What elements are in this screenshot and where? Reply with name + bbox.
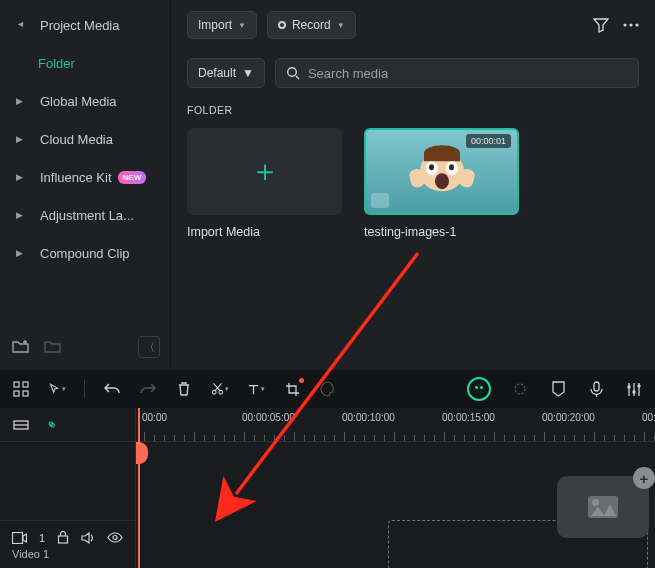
playhead[interactable] — [138, 408, 140, 568]
chevron-right-icon: ▶ — [16, 210, 26, 220]
mixer-icon[interactable] — [625, 380, 643, 398]
chevron-right-icon: ▶ — [16, 134, 26, 144]
track-header[interactable]: 1 Video 1 — [0, 520, 135, 568]
undo-icon[interactable] — [103, 380, 121, 398]
ruler-label: 00:00:15:00 — [442, 412, 495, 423]
cut-icon[interactable]: ▾ — [211, 380, 229, 398]
chevron-right-icon: ▶ — [16, 172, 26, 182]
sort-dropdown[interactable]: Default ▼ — [187, 58, 265, 88]
svg-rect-16 — [13, 532, 23, 543]
search-icon — [286, 66, 300, 80]
marker-icon[interactable] — [549, 380, 567, 398]
svg-point-8 — [212, 390, 216, 394]
plus-icon: ＋ — [250, 151, 280, 192]
search-field[interactable] — [275, 58, 639, 88]
cursor-icon[interactable]: ▾ — [48, 380, 66, 398]
sidebar-item-label: Global Media — [40, 94, 117, 109]
link-icon[interactable]: ⚭ — [42, 415, 62, 435]
image-icon — [588, 496, 618, 518]
clip-thumbnail — [420, 151, 464, 191]
track-index: 1 — [39, 532, 45, 544]
chevron-down-icon: ▼ — [242, 66, 254, 80]
section-heading: FOLDER — [187, 104, 639, 116]
redo-icon[interactable] — [139, 380, 157, 398]
mute-icon[interactable] — [81, 532, 95, 544]
import-label: Import — [198, 18, 232, 32]
snap-icon[interactable] — [12, 416, 30, 434]
svg-rect-5 — [23, 382, 28, 387]
sidebar-item-folder[interactable]: Folder — [6, 44, 164, 82]
svg-rect-6 — [14, 391, 19, 396]
svg-point-10 — [515, 384, 525, 394]
video-track-icon — [12, 532, 27, 544]
record-button[interactable]: Record ▼ — [267, 11, 356, 39]
sidebar-item-compound-clip[interactable]: ▶ Compound Clip — [6, 234, 164, 272]
plus-icon: + — [633, 467, 655, 489]
card-label: testing-images-1 — [364, 225, 519, 239]
ruler-label: 00:00:10:00 — [342, 412, 395, 423]
time-ruler[interactable]: 00:0000:00:05:0000:00:10:0000:00:15:0000… — [136, 408, 655, 442]
timeline-toolbar: ▾ ▾ ▾ — [0, 370, 655, 408]
svg-rect-11 — [594, 382, 599, 391]
timeline-tracks[interactable]: 00:0000:00:05:0000:00:10:0000:00:15:0000… — [136, 408, 655, 568]
clip-type-icon — [371, 193, 389, 208]
clip-duration: 00:00:01 — [466, 134, 511, 148]
apps-icon[interactable] — [12, 380, 30, 398]
palette-icon[interactable] — [319, 380, 337, 398]
svg-point-1 — [629, 23, 632, 26]
card-label: Import Media — [187, 225, 342, 239]
svg-point-14 — [637, 384, 640, 387]
record-label: Record — [292, 18, 331, 32]
svg-point-18 — [113, 536, 117, 540]
collapse-sidebar-button[interactable]: 〈 — [138, 336, 160, 358]
visibility-icon[interactable] — [107, 532, 123, 543]
sidebar-item-project-media[interactable]: ▼ Project Media — [6, 6, 164, 44]
sidebar-item-global-media[interactable]: ▶ Global Media — [6, 82, 164, 120]
search-input[interactable] — [308, 66, 628, 81]
text-icon[interactable]: ▾ — [247, 380, 265, 398]
sidebar-item-label: Influence Kit — [40, 170, 112, 185]
lock-icon[interactable] — [57, 531, 69, 544]
new-badge: NEW — [118, 171, 147, 184]
svg-point-2 — [635, 23, 638, 26]
sidebar-item-label: Adjustment La... — [40, 208, 134, 223]
media-browser: Import ▼ Record ▼ Default ▼ — [171, 0, 655, 370]
chevron-right-icon: ▶ — [16, 96, 26, 106]
mic-icon[interactable] — [587, 380, 605, 398]
crop-icon[interactable] — [283, 380, 301, 398]
more-icon[interactable] — [623, 17, 639, 33]
filter-icon[interactable] — [593, 17, 609, 33]
add-media-placeholder[interactable]: + — [557, 476, 649, 538]
sidebar-item-cloud-media[interactable]: ▶ Cloud Media — [6, 120, 164, 158]
chevron-down-icon: ▼ — [16, 20, 26, 30]
sidebar: ▼ Project Media Folder ▶ Global Media ▶ … — [0, 0, 170, 370]
new-folder-icon[interactable] — [10, 337, 32, 357]
sidebar-item-influence-kit[interactable]: ▶ Influence Kit NEW — [6, 158, 164, 196]
track-label: Video 1 — [12, 548, 123, 560]
media-clip-card[interactable]: 00:00:01 testing-images-1 — [364, 128, 519, 239]
svg-point-0 — [623, 23, 626, 26]
delete-icon[interactable] — [175, 380, 193, 398]
sidebar-item-label: Project Media — [40, 18, 119, 33]
sort-label: Default — [198, 66, 236, 80]
import-button[interactable]: Import ▼ — [187, 11, 257, 39]
ai-assistant-icon[interactable] — [467, 377, 491, 401]
svg-rect-4 — [14, 382, 19, 387]
svg-rect-17 — [59, 536, 68, 543]
svg-point-3 — [288, 68, 297, 77]
import-media-card[interactable]: ＋ Import Media — [187, 128, 342, 239]
sidebar-item-label: Cloud Media — [40, 132, 113, 147]
svg-point-12 — [627, 385, 630, 388]
sidebar-item-adjustment-layer[interactable]: ▶ Adjustment La... — [6, 196, 164, 234]
sidebar-item-label: Folder — [38, 56, 75, 71]
record-icon — [278, 21, 286, 29]
svg-point-9 — [219, 390, 223, 394]
chevron-down-icon: ▼ — [337, 21, 345, 30]
folder-icon[interactable] — [42, 337, 64, 357]
chevron-down-icon: ▼ — [238, 21, 246, 30]
svg-rect-7 — [23, 391, 28, 396]
sidebar-item-label: Compound Clip — [40, 246, 130, 261]
sparkle-icon[interactable] — [511, 380, 529, 398]
ruler-label: 00:00:05:00 — [242, 412, 295, 423]
ruler-label: 00:00:20:00 — [542, 412, 595, 423]
